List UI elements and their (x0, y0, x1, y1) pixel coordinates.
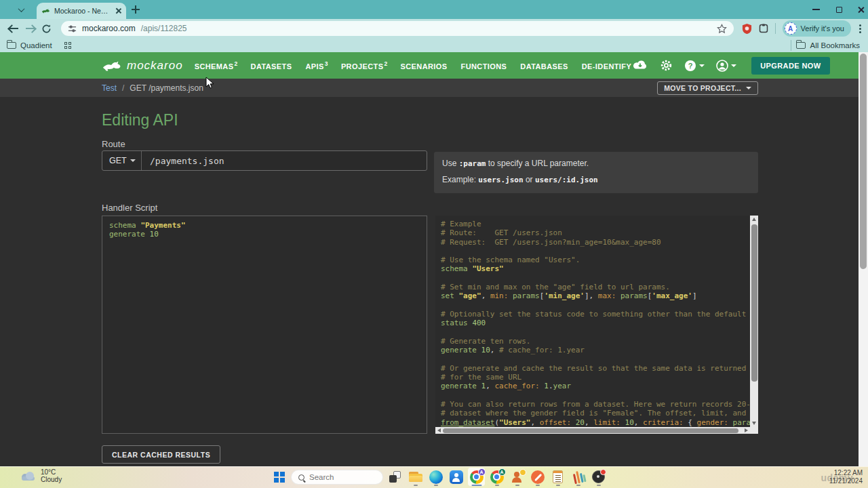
taskbar-weather-widget[interactable]: 10°C Cloudy (20, 468, 62, 483)
page-scroll-thumb[interactable] (860, 54, 867, 269)
task-view-button[interactable] (387, 468, 403, 486)
tab-close-icon[interactable] (115, 7, 121, 14)
nav-item-functions[interactable]: FUNCTIONS (461, 60, 508, 70)
site-settings-icon (68, 24, 77, 33)
browser-menu-button[interactable] (859, 24, 861, 33)
handler-script-editor[interactable]: schema "Payments"generate 10 (102, 216, 427, 434)
adblock-shield-icon[interactable] (742, 23, 752, 35)
move-to-project-button[interactable]: MOVE TO PROJECT... (657, 81, 758, 95)
window-close-button[interactable] (849, 0, 868, 19)
vertical-scroll-thumb[interactable] (751, 224, 757, 382)
pen-app-button[interactable] (529, 468, 546, 486)
file-explorer-icon (409, 472, 422, 482)
file-explorer-button[interactable] (407, 468, 424, 486)
taskbar-clock[interactable]: 12:22 AM 11/21/2024 (829, 469, 863, 485)
example-horizontal-scrollbar[interactable] (435, 427, 750, 434)
route-label: Route (102, 139, 125, 149)
notepad-button[interactable] (549, 468, 566, 486)
example-vertical-scrollbar[interactable] (750, 216, 758, 427)
nav-label: DATABASES (520, 62, 568, 70)
clock-date: 11/21/2024 (829, 477, 863, 485)
nav-items: SCHEMAS2 DATASETS APIS3 PROJECTS2 SCENAR… (195, 60, 633, 70)
media-app-button[interactable] (590, 468, 607, 486)
folder-icon (7, 42, 16, 49)
bookmarks-bar: Quadient All Bookmarks (0, 38, 868, 52)
method-select[interactable]: GET (102, 151, 142, 170)
search-input[interactable] (309, 473, 370, 481)
people-app-button[interactable] (448, 468, 465, 486)
scroll-right-icon[interactable] (745, 428, 748, 432)
forward-button[interactable] (22, 20, 38, 37)
help-menu[interactable]: ? (684, 60, 705, 72)
toolbar-right-group: A Verify it's you (742, 20, 868, 37)
scroll-down-icon[interactable] (752, 422, 756, 425)
browser-tab[interactable]: Mockaroo - New Mock API (37, 3, 126, 19)
scroll-up-icon[interactable] (752, 218, 756, 221)
example-code-2: users/:id.json (535, 176, 598, 184)
minimize-icon (812, 9, 820, 10)
taskbar-search[interactable] (291, 470, 383, 485)
nav-item-schemas[interactable]: SCHEMAS2 (195, 60, 238, 70)
url-host: mockaroo.com (82, 24, 136, 33)
window-maximize-button[interactable] (827, 0, 850, 19)
new-tab-button[interactable] (132, 5, 140, 14)
profile-verify-chip[interactable]: A Verify it's you (783, 20, 851, 37)
page-title: Editing API (102, 111, 178, 129)
nav-label: SCENARIOS (401, 62, 448, 70)
page-scrollbar[interactable] (859, 52, 868, 466)
all-bookmarks-label: All Bookmarks (810, 41, 861, 49)
address-bar[interactable]: mockaroo.com/apis/112825 (61, 21, 734, 36)
nav-item-projects[interactable]: PROJECTS2 (341, 60, 388, 70)
toolbar-separator (775, 23, 776, 34)
all-bookmarks[interactable]: All Bookmarks (791, 40, 861, 51)
edge-button[interactable] (427, 468, 444, 486)
folder-icon (796, 42, 806, 49)
brush-strokes-icon (570, 469, 587, 485)
upgrade-now-button[interactable]: UPGRADE NOW (751, 57, 829, 75)
nav-item-de-identify[interactable]: DE-IDENTIFY (582, 60, 632, 70)
chrome-active-button[interactable]: A (468, 468, 485, 486)
breadcrumb-bar: Test / GET /payments.json MOVE TO PROJEC… (0, 79, 868, 97)
tab-search-chevron-icon[interactable] (15, 3, 27, 16)
weather-temp: 10°C (41, 468, 56, 476)
start-button[interactable] (274, 472, 285, 483)
route-hint-box: Use :param to specify a URL parameter. E… (434, 152, 758, 193)
horizontal-scroll-thumb[interactable] (443, 428, 738, 433)
back-button[interactable] (5, 20, 22, 37)
drawing-app-button[interactable] (570, 468, 587, 486)
clear-cached-results-button[interactable]: CLEAR CACHED RESULTS (102, 445, 220, 464)
nav-item-scenarios[interactable]: SCENARIOS (401, 60, 448, 70)
move-to-project-label: MOVE TO PROJECT... (664, 84, 741, 92)
account-menu[interactable] (716, 60, 736, 72)
bookmark-star-icon[interactable] (717, 24, 727, 34)
bookmark-folder-quadient[interactable]: Quadient (7, 41, 52, 49)
nav-item-databases[interactable]: DATABASES (520, 60, 568, 70)
account-icon (716, 60, 728, 72)
extension-icon[interactable] (759, 24, 768, 33)
url-path: /apis/112825 (141, 24, 711, 33)
window-minimize-button[interactable] (804, 0, 827, 19)
people-app-icon (450, 470, 463, 484)
nav-item-datasets[interactable]: DATASETS (251, 60, 293, 70)
cloud-download-icon[interactable] (632, 60, 648, 71)
chrome-profile2-button[interactable]: A (488, 468, 505, 486)
route-input[interactable] (142, 151, 427, 170)
tab-title: Mockaroo - New Mock API (54, 7, 111, 15)
chrome-icon: A (490, 470, 504, 484)
help-icon: ? (684, 60, 696, 72)
breadcrumb-project-link[interactable]: Test (102, 83, 117, 93)
nav-label: PROJECTS (341, 62, 384, 70)
maximize-icon (836, 7, 842, 13)
teams-button[interactable] (509, 468, 526, 486)
nav-item-apis[interactable]: APIS3 (305, 60, 328, 70)
mockaroo-favicon (41, 7, 50, 14)
notepad-icon (553, 470, 563, 483)
pen-app-icon (531, 470, 545, 484)
settings-gear-icon[interactable] (660, 59, 673, 72)
reload-button[interactable] (38, 20, 54, 37)
profile-avatar: A (785, 22, 797, 35)
apps-grid-icon[interactable] (64, 42, 71, 49)
mockaroo-logo[interactable]: mockaroo (102, 59, 183, 73)
mouse-cursor (205, 77, 215, 90)
scroll-left-icon[interactable] (437, 428, 441, 432)
